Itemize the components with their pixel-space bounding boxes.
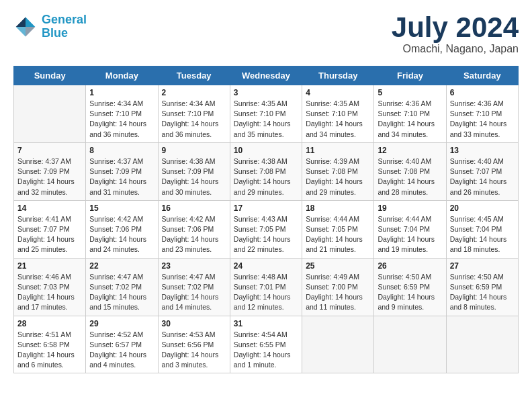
calendar-table: SundayMondayTuesdayWednesdayThursdayFrid… [13, 66, 519, 373]
day-number: 11 [306, 146, 370, 155]
day-number: 16 [162, 203, 226, 213]
day-number: 30 [162, 319, 226, 328]
day-info: Sunrise: 4:40 AM Sunset: 7:07 PM Dayligh… [450, 156, 515, 197]
svg-marker-0 [26, 17, 35, 26]
calendar-cell: 27Sunrise: 4:50 AM Sunset: 6:59 PM Dayli… [446, 258, 518, 316]
day-number: 22 [89, 261, 154, 271]
calendar-cell [302, 316, 374, 373]
calendar-cell [14, 85, 86, 143]
day-number: 6 [450, 88, 515, 97]
day-number: 29 [89, 319, 154, 328]
day-number: 5 [378, 88, 442, 97]
day-number: 3 [234, 88, 298, 97]
svg-marker-1 [26, 27, 35, 36]
day-number: 4 [306, 88, 370, 97]
day-info: Sunrise: 4:49 AM Sunset: 7:00 PM Dayligh… [306, 272, 370, 313]
day-info: Sunrise: 4:47 AM Sunset: 7:02 PM Dayligh… [89, 272, 154, 313]
calendar-cell: 20Sunrise: 4:45 AM Sunset: 7:04 PM Dayli… [446, 200, 518, 258]
day-info: Sunrise: 4:41 AM Sunset: 7:07 PM Dayligh… [17, 214, 82, 255]
day-info: Sunrise: 4:39 AM Sunset: 7:08 PM Dayligh… [306, 156, 370, 197]
month-title: July 2024 [392, 13, 519, 42]
day-number: 23 [162, 261, 226, 271]
calendar-cell: 13Sunrise: 4:40 AM Sunset: 7:07 PM Dayli… [446, 142, 518, 200]
calendar-week-row: 7Sunrise: 4:37 AM Sunset: 7:09 PM Daylig… [14, 142, 519, 200]
calendar-cell: 15Sunrise: 4:42 AM Sunset: 7:06 PM Dayli… [86, 200, 158, 258]
day-info: Sunrise: 4:34 AM Sunset: 7:10 PM Dayligh… [162, 99, 226, 140]
svg-marker-3 [16, 27, 26, 36]
day-info: Sunrise: 4:36 AM Sunset: 7:10 PM Dayligh… [450, 99, 515, 140]
calendar-day-header: Monday [86, 66, 158, 85]
day-number: 7 [17, 146, 82, 155]
day-info: Sunrise: 4:38 AM Sunset: 7:08 PM Dayligh… [234, 156, 298, 197]
calendar-cell: 16Sunrise: 4:42 AM Sunset: 7:06 PM Dayli… [158, 200, 230, 258]
day-info: Sunrise: 4:44 AM Sunset: 7:05 PM Dayligh… [306, 214, 370, 255]
day-number: 13 [450, 146, 515, 155]
calendar-cell: 10Sunrise: 4:38 AM Sunset: 7:08 PM Dayli… [230, 142, 302, 200]
calendar-cell: 29Sunrise: 4:52 AM Sunset: 6:57 PM Dayli… [86, 316, 158, 373]
day-number: 1 [89, 88, 154, 97]
calendar-cell: 17Sunrise: 4:43 AM Sunset: 7:05 PM Dayli… [230, 200, 302, 258]
day-number: 9 [162, 146, 226, 155]
day-number: 18 [306, 203, 370, 213]
day-number: 24 [234, 261, 298, 271]
calendar-cell [374, 316, 446, 373]
day-info: Sunrise: 4:42 AM Sunset: 7:06 PM Dayligh… [162, 214, 226, 255]
day-info: Sunrise: 4:51 AM Sunset: 6:58 PM Dayligh… [17, 330, 82, 371]
day-number: 27 [450, 261, 515, 271]
day-info: Sunrise: 4:35 AM Sunset: 7:10 PM Dayligh… [306, 99, 370, 140]
day-info: Sunrise: 4:37 AM Sunset: 7:09 PM Dayligh… [89, 156, 154, 197]
day-info: Sunrise: 4:43 AM Sunset: 7:05 PM Dayligh… [234, 214, 298, 255]
day-info: Sunrise: 4:38 AM Sunset: 7:09 PM Dayligh… [162, 156, 226, 197]
calendar-cell: 23Sunrise: 4:47 AM Sunset: 7:02 PM Dayli… [158, 258, 230, 316]
day-info: Sunrise: 4:35 AM Sunset: 7:10 PM Dayligh… [234, 99, 298, 140]
day-number: 20 [450, 203, 515, 213]
day-number: 25 [306, 261, 370, 271]
day-number: 8 [89, 146, 154, 155]
day-info: Sunrise: 4:47 AM Sunset: 7:02 PM Dayligh… [162, 272, 226, 313]
day-number: 15 [89, 203, 154, 213]
day-info: Sunrise: 4:44 AM Sunset: 7:04 PM Dayligh… [378, 214, 442, 255]
logo: General Blue [13, 13, 87, 40]
svg-marker-2 [16, 17, 26, 26]
calendar-day-header: Friday [374, 66, 446, 85]
calendar-day-header: Sunday [14, 66, 86, 85]
calendar-cell: 30Sunrise: 4:53 AM Sunset: 6:56 PM Dayli… [158, 316, 230, 373]
calendar-cell: 22Sunrise: 4:47 AM Sunset: 7:02 PM Dayli… [86, 258, 158, 316]
calendar-cell: 12Sunrise: 4:40 AM Sunset: 7:08 PM Dayli… [374, 142, 446, 200]
calendar-cell: 19Sunrise: 4:44 AM Sunset: 7:04 PM Dayli… [374, 200, 446, 258]
day-info: Sunrise: 4:50 AM Sunset: 6:59 PM Dayligh… [378, 272, 442, 313]
day-number: 10 [234, 146, 298, 155]
calendar-cell: 11Sunrise: 4:39 AM Sunset: 7:08 PM Dayli… [302, 142, 374, 200]
day-info: Sunrise: 4:42 AM Sunset: 7:06 PM Dayligh… [89, 214, 154, 255]
day-info: Sunrise: 4:50 AM Sunset: 6:59 PM Dayligh… [450, 272, 515, 313]
calendar-cell: 6Sunrise: 4:36 AM Sunset: 7:10 PM Daylig… [446, 85, 518, 143]
day-info: Sunrise: 4:52 AM Sunset: 6:57 PM Dayligh… [89, 330, 154, 371]
day-number: 26 [378, 261, 442, 271]
day-number: 17 [234, 203, 298, 213]
calendar-cell: 2Sunrise: 4:34 AM Sunset: 7:10 PM Daylig… [158, 85, 230, 143]
day-number: 19 [378, 203, 442, 213]
location: Omachi, Nagano, Japan [392, 43, 519, 55]
day-info: Sunrise: 4:45 AM Sunset: 7:04 PM Dayligh… [450, 214, 515, 255]
day-info: Sunrise: 4:40 AM Sunset: 7:08 PM Dayligh… [378, 156, 442, 197]
day-info: Sunrise: 4:53 AM Sunset: 6:56 PM Dayligh… [162, 330, 226, 371]
calendar-cell: 14Sunrise: 4:41 AM Sunset: 7:07 PM Dayli… [14, 200, 86, 258]
day-info: Sunrise: 4:54 AM Sunset: 6:55 PM Dayligh… [234, 330, 298, 371]
day-number: 14 [17, 203, 82, 213]
calendar-cell: 31Sunrise: 4:54 AM Sunset: 6:55 PM Dayli… [230, 316, 302, 373]
calendar-cell: 26Sunrise: 4:50 AM Sunset: 6:59 PM Dayli… [374, 258, 446, 316]
calendar-cell: 8Sunrise: 4:37 AM Sunset: 7:09 PM Daylig… [86, 142, 158, 200]
calendar-cell: 5Sunrise: 4:36 AM Sunset: 7:10 PM Daylig… [374, 85, 446, 143]
calendar-cell: 9Sunrise: 4:38 AM Sunset: 7:09 PM Daylig… [158, 142, 230, 200]
calendar-cell [446, 316, 518, 373]
logo-text: General Blue [42, 13, 87, 40]
calendar-cell: 18Sunrise: 4:44 AM Sunset: 7:05 PM Dayli… [302, 200, 374, 258]
calendar-day-header: Saturday [446, 66, 518, 85]
calendar-cell: 4Sunrise: 4:35 AM Sunset: 7:10 PM Daylig… [302, 85, 374, 143]
calendar-header-row: SundayMondayTuesdayWednesdayThursdayFrid… [14, 66, 519, 85]
page-header: General Blue July 2024 Omachi, Nagano, J… [13, 13, 519, 55]
day-info: Sunrise: 4:36 AM Sunset: 7:10 PM Dayligh… [378, 99, 442, 140]
calendar-day-header: Wednesday [230, 66, 302, 85]
calendar-cell: 28Sunrise: 4:51 AM Sunset: 6:58 PM Dayli… [14, 316, 86, 373]
title-block: July 2024 Omachi, Nagano, Japan [392, 13, 519, 55]
